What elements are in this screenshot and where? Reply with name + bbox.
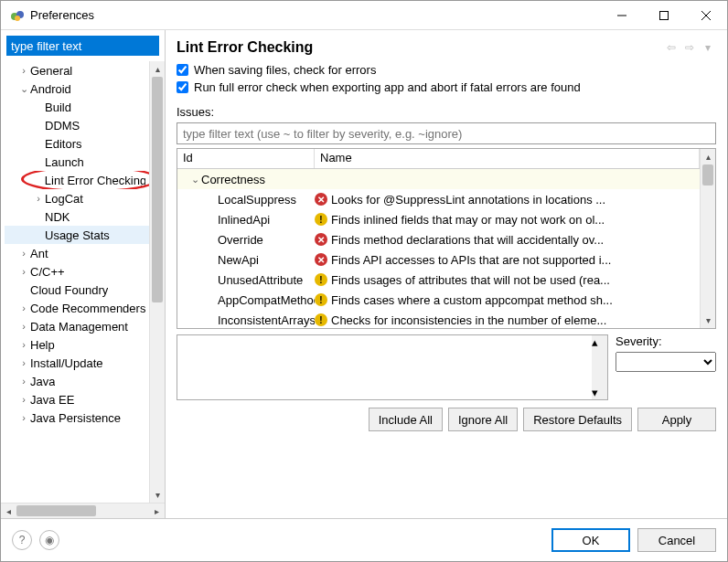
- tree-twisty-icon[interactable]: ›: [17, 339, 30, 350]
- scroll-left-icon[interactable]: ◂: [1, 504, 16, 518]
- sidebar-item[interactable]: Launch: [5, 153, 149, 171]
- tree-twisty-icon[interactable]: ›: [17, 376, 30, 387]
- scroll-right-icon[interactable]: ▸: [149, 504, 165, 518]
- sidebar-item[interactable]: Cloud Foundry: [5, 281, 149, 299]
- restore-defaults-button[interactable]: Restore Defaults: [523, 408, 632, 431]
- sidebar-item[interactable]: ›Java Persistence: [5, 408, 149, 427]
- tree-twisty-icon[interactable]: ›: [17, 321, 30, 332]
- check-export-errors-box[interactable]: [177, 81, 188, 93]
- tree-twisty-icon[interactable]: ›: [17, 65, 30, 76]
- help-icon[interactable]: ?: [12, 530, 32, 550]
- ignore-all-button[interactable]: Ignore All: [448, 408, 518, 431]
- error-icon: ✕: [315, 233, 327, 246]
- issues-label: Issues:: [177, 105, 716, 119]
- issue-name: Checks for inconsistencies in the number…: [331, 313, 606, 327]
- sidebar-item-label: Lint Error Checking: [45, 174, 145, 187]
- check-export-errors-label: Run full error check when exporting app …: [194, 80, 581, 94]
- nav-dropdown-icon[interactable]: ▾: [700, 39, 716, 56]
- tree-twisty-icon[interactable]: ⌄: [188, 174, 201, 186]
- table-row[interactable]: NewApi✕Finds API accesses to APIs that a…: [177, 249, 700, 270]
- scroll-up-icon[interactable]: ▴: [592, 335, 607, 349]
- sidebar-item[interactable]: ›Install/Update: [5, 354, 149, 372]
- issue-id: Override: [218, 233, 263, 247]
- table-row[interactable]: AppCompatMethod!Finds cases where a cust…: [177, 290, 700, 310]
- table-category-row[interactable]: ⌄Correctness: [177, 169, 700, 189]
- severity-select[interactable]: [616, 352, 716, 372]
- sidebar-item[interactable]: Editors: [5, 134, 149, 153]
- issue-id: AppCompatMethod: [218, 293, 315, 307]
- sidebar-item[interactable]: ›Java: [5, 372, 149, 390]
- tree-twisty-icon[interactable]: ›: [32, 193, 45, 204]
- tree-twisty-icon[interactable]: ›: [17, 394, 30, 405]
- nav-forward-icon[interactable]: ⇨: [681, 39, 698, 56]
- nav-arrows: ⇦ ⇨ ▾: [663, 39, 716, 56]
- scroll-down-icon[interactable]: ▾: [701, 313, 715, 328]
- import-export-icon[interactable]: ◉: [39, 530, 59, 550]
- scroll-down-icon[interactable]: ▾: [592, 386, 607, 399]
- close-button[interactable]: [685, 1, 727, 29]
- sidebar-vscroll[interactable]: ▴ ▾: [149, 61, 165, 503]
- cancel-button[interactable]: Cancel: [637, 528, 716, 552]
- table-row[interactable]: InconsistentArrays!Checks for inconsiste…: [177, 310, 700, 328]
- sidebar-item[interactable]: ›General: [5, 61, 149, 80]
- footer-help: ? ◉: [12, 530, 59, 550]
- sidebar-hscroll[interactable]: ◂ ▸: [1, 503, 165, 518]
- sidebar-item[interactable]: ›LogCat: [5, 189, 149, 207]
- sidebar-item[interactable]: ›Java EE: [5, 390, 149, 408]
- tree-twisty-icon[interactable]: ›: [17, 266, 30, 277]
- sidebar-item[interactable]: DDMS: [5, 116, 149, 134]
- sidebar-item[interactable]: ›Ant: [5, 244, 149, 262]
- sidebar-item[interactable]: NDK: [5, 207, 149, 226]
- maximize-button[interactable]: [643, 1, 685, 29]
- sidebar-item-label: Usage Stats: [45, 228, 110, 242]
- sidebar-item-label: Java: [30, 375, 55, 388]
- sidebar-item[interactable]: Build: [5, 98, 149, 116]
- tree-twisty-icon[interactable]: ⌄: [17, 83, 30, 95]
- body: ›General⌄AndroidBuildDDMSEditorsLaunchLi…: [1, 30, 727, 518]
- sidebar-item[interactable]: ›Help: [5, 335, 149, 354]
- sidebar-item[interactable]: Usage Stats: [5, 226, 149, 244]
- nav-back-icon[interactable]: ⇦: [663, 39, 680, 56]
- main-header: Lint Error Checking ⇦ ⇨ ▾: [177, 39, 716, 56]
- sidebar-filter-input[interactable]: [6, 36, 159, 56]
- table-row[interactable]: Override✕Finds method declarations that …: [177, 229, 700, 249]
- details-vscroll[interactable]: ▴ ▾: [592, 335, 607, 399]
- sidebar-item[interactable]: ›C/C++: [5, 262, 149, 281]
- minimize-button[interactable]: [601, 1, 643, 29]
- tree-twisty-icon[interactable]: ›: [17, 357, 30, 368]
- app-icon: [10, 8, 25, 23]
- include-all-button[interactable]: Include All: [369, 408, 443, 431]
- issue-id: LocalSuppress: [218, 193, 296, 207]
- table-row[interactable]: InlinedApi!Finds inlined fields that may…: [177, 209, 700, 229]
- ok-button[interactable]: OK: [551, 528, 630, 552]
- category-tree[interactable]: ›General⌄AndroidBuildDDMSEditorsLaunchLi…: [1, 61, 149, 503]
- sidebar-item[interactable]: ⌄Android: [5, 80, 149, 98]
- sidebar-item-label: Code Recommenders: [30, 302, 145, 315]
- scroll-down-icon[interactable]: ▾: [150, 487, 165, 503]
- scroll-up-icon[interactable]: ▴: [150, 61, 165, 77]
- col-id[interactable]: Id: [177, 149, 315, 168]
- col-name[interactable]: Name: [315, 149, 700, 168]
- sidebar-item[interactable]: Lint Error Checking: [5, 171, 149, 189]
- sidebar-item-label: General: [30, 64, 72, 78]
- check-export-errors[interactable]: Run full error check when exporting app …: [177, 80, 716, 94]
- table-row[interactable]: LocalSuppress✕Looks for @SuppressLint an…: [177, 189, 700, 209]
- issues-table: Id Name ⌄CorrectnessLocalSuppress✕Looks …: [177, 148, 716, 329]
- tree-twisty-icon[interactable]: ›: [17, 302, 30, 313]
- tree-twisty-icon[interactable]: ›: [17, 248, 30, 259]
- issue-id: NewApi: [218, 253, 259, 267]
- table-vscroll[interactable]: ▴ ▾: [700, 149, 715, 328]
- issues-filter-input[interactable]: [177, 122, 716, 144]
- sidebar-item[interactable]: ›Data Management: [5, 317, 149, 335]
- sidebar-item-label: C/C++: [30, 265, 65, 279]
- sidebar-item[interactable]: ›Code Recommenders: [5, 299, 149, 317]
- table-header: Id Name: [177, 149, 700, 169]
- table-row[interactable]: UnusedAttribute!Finds usages of attribut…: [177, 270, 700, 290]
- scroll-up-icon[interactable]: ▴: [701, 149, 715, 164]
- sidebar-item-label: NDK: [45, 210, 70, 224]
- table-body: ⌄CorrectnessLocalSuppress✕Looks for @Sup…: [177, 169, 700, 328]
- check-save-errors-box[interactable]: [177, 64, 188, 76]
- tree-twisty-icon[interactable]: ›: [17, 412, 30, 423]
- check-save-errors[interactable]: When saving files, check for errors: [177, 63, 716, 77]
- apply-button[interactable]: Apply: [637, 408, 716, 431]
